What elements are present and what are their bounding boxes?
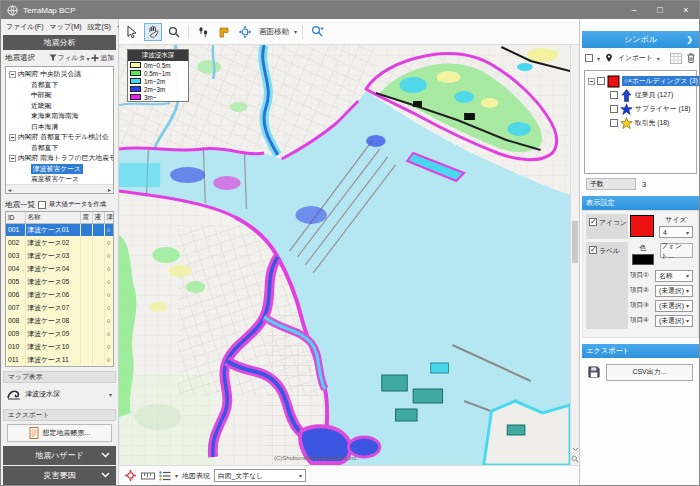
- scrollbar-thumb[interactable]: [572, 221, 578, 263]
- menu-item[interactable]: ファイル(F): [6, 22, 44, 32]
- minimize-button[interactable]: –: [621, 1, 647, 19]
- collapsed-section-bar[interactable]: 災害要因: [3, 466, 116, 485]
- pin-icon[interactable]: [604, 52, 614, 64]
- font-button[interactable]: フォント...: [660, 243, 693, 258]
- symbol-panel-header[interactable]: シンボル ❯: [582, 31, 699, 48]
- scroll-left-icon[interactable]: ◂: [8, 186, 11, 193]
- icon-size-select[interactable]: 4 ▾: [659, 226, 693, 238]
- tree-item[interactable]: 日本海溝: [6, 122, 113, 133]
- field-select[interactable]: (未選択) ▾: [655, 315, 693, 327]
- table-row[interactable]: 004津波ケース04 ○: [6, 262, 114, 275]
- table-row[interactable]: 006津波ケース06 ○: [6, 288, 114, 301]
- max-data-label: 最大値データを作成: [49, 200, 106, 209]
- area-select-tool-button[interactable]: [215, 23, 233, 41]
- tree-item[interactable]: 近畿圏: [6, 101, 113, 112]
- chevron-down-icon: [101, 472, 110, 478]
- symbol-tree-item[interactable]: ○×ホールディングス (3): [585, 74, 696, 88]
- add-button[interactable]: 追加: [91, 53, 114, 63]
- pan-mode-button[interactable]: [236, 23, 254, 41]
- map-canvas[interactable]: 津波浸水深 0m~0.5m 0.5m~1m: [119, 45, 579, 465]
- zoom-tool-button[interactable]: [165, 23, 183, 41]
- maximize-button[interactable]: □: [647, 1, 673, 19]
- chevron-down-icon[interactable]: ▾: [597, 55, 600, 62]
- table-row[interactable]: 007津波ケース07 ○: [6, 301, 114, 314]
- table-row[interactable]: 010津波ケース10 ○: [6, 340, 114, 353]
- symbol-checkbox[interactable]: [597, 77, 605, 85]
- pan-hand-tool-button[interactable]: [144, 23, 162, 41]
- symbol-checkbox[interactable]: [610, 105, 618, 113]
- map-style-select[interactable]: 白図_文字なし ▾: [214, 469, 306, 482]
- table-row[interactable]: 011津波ケース11 ○: [6, 353, 114, 366]
- table-row[interactable]: 008津波ケース08 ○: [6, 314, 114, 327]
- field-select[interactable]: (未選択) ▾: [655, 300, 693, 312]
- symbol-tree-item[interactable]: 従業員 (127): [585, 88, 696, 102]
- tree-item[interactable]: 震度被害ケース: [6, 174, 113, 184]
- menu-item[interactable]: 設定(S): [88, 22, 111, 32]
- tree-item[interactable]: 津波被害ケース: [6, 164, 113, 175]
- menu-item[interactable]: マップ(M): [50, 22, 82, 32]
- symbol-checkbox[interactable]: [610, 91, 618, 99]
- icon-color-swatch[interactable]: [630, 215, 654, 237]
- column-header[interactable]: 液: [92, 212, 104, 223]
- close-button[interactable]: ×: [673, 1, 699, 19]
- tree-item[interactable]: 首都直下: [6, 143, 113, 154]
- tree-horizontal-scrollbar[interactable]: ◂ ▸: [6, 184, 113, 193]
- map-display-control[interactable]: 津波浸水深 ▾: [1, 383, 118, 405]
- trash-icon[interactable]: [686, 52, 696, 64]
- tree-item[interactable]: 東海東南海南海: [6, 111, 113, 122]
- table-row[interactable]: 009津波ケース09 ○: [6, 327, 114, 340]
- table-row[interactable]: 001津波ケース01 ○: [6, 223, 114, 236]
- scroll-right-icon[interactable]: ▸: [108, 186, 111, 193]
- table-row[interactable]: 003津波ケース03 ○: [6, 249, 114, 262]
- magnifier-icon[interactable]: [571, 455, 579, 463]
- tree-item[interactable]: 首都直下: [6, 80, 113, 91]
- field-select[interactable]: (未選択) ▾: [655, 285, 693, 297]
- table-row[interactable]: 005津波ケース05 ○: [6, 275, 114, 288]
- column-header[interactable]: 名称: [25, 212, 80, 223]
- chevron-down-icon: ▾: [299, 472, 302, 479]
- symbol-tree-item[interactable]: サプライヤー (18): [585, 102, 696, 116]
- table-row[interactable]: 002津波ケース02 ○: [6, 236, 114, 249]
- tree-item[interactable]: 内閣府 南海トラフの巨大地震モデル検討会: [6, 153, 113, 164]
- pointer-icon: [126, 25, 138, 38]
- tree-item[interactable]: 内閣府 首都直下モデル検討会: [6, 132, 113, 143]
- field-select[interactable]: 名称 ▾: [655, 270, 693, 282]
- icon-settings-group: アイコン サイズ 4 ▾: [586, 214, 695, 239]
- center-position-icon[interactable]: [124, 469, 137, 482]
- tree-item[interactable]: 内閣府 中央防災会議: [6, 69, 113, 80]
- map-vertical-scrollbar[interactable]: [570, 45, 579, 465]
- column-header[interactable]: ID: [6, 212, 25, 223]
- symbol-checkbox[interactable]: [610, 119, 618, 127]
- layer-list-icon[interactable]: [159, 471, 171, 481]
- scale-ruler-icon[interactable]: [141, 471, 155, 481]
- chevron-down-icon[interactable]: [572, 447, 579, 452]
- expander-icon[interactable]: [9, 71, 16, 78]
- csv-export-button[interactable]: CSV出力...: [606, 364, 693, 381]
- select-all-checkbox[interactable]: [585, 54, 593, 62]
- symbol-tree-item[interactable]: 取引先 (18): [585, 116, 696, 130]
- expander-icon[interactable]: [9, 155, 16, 162]
- legend-row: 0.5m~1m: [128, 69, 188, 77]
- expander-icon[interactable]: [9, 134, 16, 141]
- hand-icon: [147, 25, 159, 38]
- pointer-tool-button[interactable]: [123, 23, 141, 41]
- tree-item[interactable]: 中部圏: [6, 90, 113, 101]
- table-icon[interactable]: [670, 53, 682, 64]
- column-header[interactable]: 津: [104, 212, 114, 223]
- expander-icon[interactable]: [588, 78, 595, 85]
- zoom-select-tool-button[interactable]: [308, 23, 326, 41]
- collapsed-section-bar[interactable]: 地震ハザード: [3, 446, 116, 465]
- filter-button[interactable]: フィルタ ▾: [49, 53, 90, 63]
- max-data-checkbox[interactable]: [38, 201, 46, 209]
- chevron-down-icon[interactable]: ▾: [175, 472, 178, 479]
- icon-checkbox[interactable]: [589, 218, 597, 226]
- import-label[interactable]: インポート: [618, 53, 653, 63]
- chevron-down-icon[interactable]: ▾: [657, 55, 660, 62]
- chevron-right-icon[interactable]: ❯: [686, 35, 693, 44]
- report-export-button[interactable]: 想定地震帳票...: [7, 424, 112, 442]
- chevron-down-icon[interactable]: ▾: [294, 28, 297, 35]
- column-header[interactable]: 震: [80, 212, 92, 223]
- label-checkbox[interactable]: [589, 246, 597, 254]
- route-tool-button[interactable]: [194, 23, 212, 41]
- label-color-swatch[interactable]: [632, 254, 654, 265]
